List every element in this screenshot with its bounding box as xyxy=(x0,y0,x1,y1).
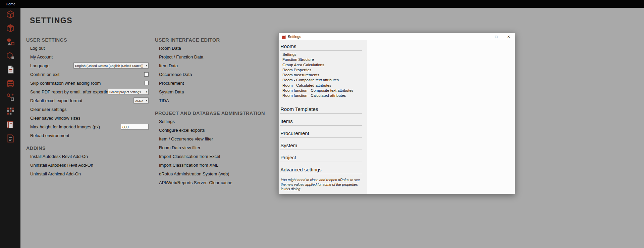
addins-header: ADDINS xyxy=(26,144,149,152)
confirm-exit-checkbox[interactable] xyxy=(144,72,149,77)
my-account-link[interactable]: My Account xyxy=(30,54,53,59)
reports-icon[interactable] xyxy=(6,134,15,143)
rooms-icon[interactable] xyxy=(6,10,15,19)
nav-subitem[interactable]: Room function - Calculated attributes xyxy=(282,93,362,98)
ui-editor-row[interactable]: Room Data xyxy=(155,44,266,52)
finance-icon[interactable] xyxy=(6,79,15,88)
clear-user-settings-link[interactable]: Clear user settings xyxy=(30,107,66,112)
ui-editor-link[interactable]: Item Data xyxy=(159,63,178,68)
admin-row[interactable]: API/Web/Reports Server: Clear cache xyxy=(155,178,269,187)
ui-editor-row[interactable]: Occurrence Data xyxy=(155,70,266,79)
settings-dialog: Settings – □ × Rooms Settings Function S… xyxy=(278,33,515,194)
drofus-app-icon xyxy=(282,35,286,39)
close-icon[interactable]: × xyxy=(502,33,515,40)
dialog-title: Settings xyxy=(288,35,301,39)
maximize-icon[interactable]: □ xyxy=(490,33,502,40)
app-window: Home SETTIN xyxy=(0,0,644,248)
logout-link[interactable]: Log out xyxy=(30,46,45,51)
ui-editor-row[interactable]: Project / Function Data xyxy=(155,52,266,61)
language-select[interactable]: English (United States) (English (United… xyxy=(73,63,149,69)
admin-row[interactable]: Configure excel exports xyxy=(155,126,269,134)
clear-user-settings-row[interactable]: Clear user settings xyxy=(26,105,149,114)
nav-header[interactable]: Advanced settings xyxy=(280,166,362,174)
admin-link[interactable]: Settings xyxy=(159,119,175,124)
confirm-exit-row: Confirm on exit xyxy=(26,70,149,79)
admin-link[interactable]: Room Data view filter xyxy=(159,145,201,150)
admin-row[interactable]: Room Data view filter xyxy=(155,143,269,152)
dialog-titlebar[interactable]: Settings – □ × xyxy=(279,33,515,40)
dialog-nav: Rooms Settings Function Structure Group … xyxy=(279,40,367,194)
language-select-value: English (United States) (English (United… xyxy=(75,64,145,68)
max-image-height-value: 800 xyxy=(122,125,128,129)
admin-row[interactable]: dRofus Administration System (web) xyxy=(155,169,269,178)
nav-header[interactable]: System xyxy=(280,142,362,150)
ui-editor-section: USER INTERFACE EDITOR Room Data Project … xyxy=(155,36,266,105)
admin-link[interactable]: API/Web/Reports Server: Clear cache xyxy=(159,180,232,185)
admin-row[interactable]: Import Classification from XML xyxy=(155,161,269,169)
admin-row[interactable]: Item / Occurrence view filter xyxy=(155,134,269,143)
admin-link[interactable]: Import Classification from XML xyxy=(159,163,218,168)
ui-editor-link[interactable]: System Data xyxy=(159,89,184,94)
nav-section: Project xyxy=(280,154,362,162)
nav-subitem[interactable]: Room measurements xyxy=(282,73,362,78)
nav-subitem[interactable]: Settings xyxy=(282,52,362,57)
clear-window-sizes-row[interactable]: Clear saved window sizes xyxy=(26,114,149,122)
ui-editor-link[interactable]: Procurement xyxy=(159,81,184,86)
nav-header-rooms[interactable]: Rooms xyxy=(280,43,362,51)
nav-section: Procurement xyxy=(280,130,362,138)
items-icon[interactable] xyxy=(6,37,15,47)
my-account-row[interactable]: My Account xyxy=(26,52,149,61)
addin-row[interactable]: Uninstall Autodesk Revit Add-On xyxy=(26,161,149,169)
nav-header[interactable]: Items xyxy=(280,118,362,126)
excel-format-row: Default excel export format XLSX ▾ xyxy=(26,96,149,105)
excel-format-select[interactable]: XLSX ▾ xyxy=(133,97,149,104)
nav-subitem[interactable]: Group Area Calculations xyxy=(282,63,362,68)
max-image-height-input[interactable]: 800 xyxy=(121,124,149,130)
ui-editor-row[interactable]: System Data xyxy=(155,87,266,96)
nav-header[interactable]: Procurement xyxy=(280,130,362,138)
addin-link[interactable]: Install Autodesk Revit Add-On xyxy=(30,154,88,159)
reload-environment-row[interactable]: Reload environment xyxy=(26,131,149,140)
logout-row[interactable]: Log out xyxy=(26,44,149,52)
admin-link[interactable]: Configure excel exports xyxy=(159,128,205,133)
nav-subitem[interactable]: Room - Composite text attributes xyxy=(282,78,362,83)
user-settings-header: USER SETTINGS xyxy=(26,36,149,44)
pdf-report-select[interactable]: Follow project settings ▾ xyxy=(108,89,149,95)
building-icon[interactable] xyxy=(6,106,15,116)
nav-subitem[interactable]: Room Properties xyxy=(282,68,362,73)
ui-editor-link[interactable]: Room Data xyxy=(159,46,181,51)
nav-subitem[interactable]: Function Structure xyxy=(282,57,362,62)
documents-icon[interactable] xyxy=(6,65,15,74)
addin-link[interactable]: Uninstall Archicad Add-On xyxy=(30,171,81,176)
room-data-icon[interactable] xyxy=(6,24,15,33)
ui-editor-row[interactable]: TIDA xyxy=(155,96,266,105)
addin-row[interactable]: Uninstall Archicad Add-On xyxy=(26,169,149,178)
home-tab[interactable]: Home xyxy=(6,2,15,6)
minimize-icon[interactable]: – xyxy=(478,33,490,40)
clear-window-sizes-link[interactable]: Clear saved window sizes xyxy=(30,116,80,121)
addin-link[interactable]: Uninstall Autodesk Revit Add-On xyxy=(30,163,93,168)
admin-link[interactable]: dRofus Administration System (web) xyxy=(159,171,229,176)
ui-editor-link[interactable]: TIDA xyxy=(159,98,169,103)
sidebar xyxy=(0,8,20,248)
ui-editor-row[interactable]: Procurement xyxy=(155,79,266,87)
ui-editor-link[interactable]: Occurrence Data xyxy=(159,72,192,77)
addins-list: Install Autodesk Revit Add-On Uninstall … xyxy=(26,152,149,178)
item-data-icon[interactable] xyxy=(6,51,15,60)
nav-section-rooms: Rooms Settings Function Structure Group … xyxy=(280,43,362,101)
addin-row[interactable]: Install Autodesk Revit Add-On xyxy=(26,152,149,161)
nav-subitem[interactable]: Room function - Composite text attribute… xyxy=(282,88,362,93)
reload-environment-link[interactable]: Reload environment xyxy=(30,133,69,138)
ui-editor-row[interactable]: Item Data xyxy=(155,61,266,70)
admin-link[interactable]: Item / Occurrence view filter xyxy=(159,136,213,141)
handbook-icon[interactable] xyxy=(6,120,15,129)
systems-icon[interactable] xyxy=(6,92,15,102)
nav-subitem[interactable]: Room - Calculated attributes xyxy=(282,83,362,88)
admin-link[interactable]: Import Classification from Excel xyxy=(159,154,220,159)
admin-row[interactable]: Import Classification from Excel xyxy=(155,152,269,161)
nav-header[interactable]: Project xyxy=(280,154,362,162)
skip-confirmation-checkbox[interactable] xyxy=(144,81,149,85)
admin-row[interactable]: Settings xyxy=(155,117,269,126)
nav-header[interactable]: Room Templates xyxy=(280,106,362,114)
ui-editor-link[interactable]: Project / Function Data xyxy=(159,54,203,59)
